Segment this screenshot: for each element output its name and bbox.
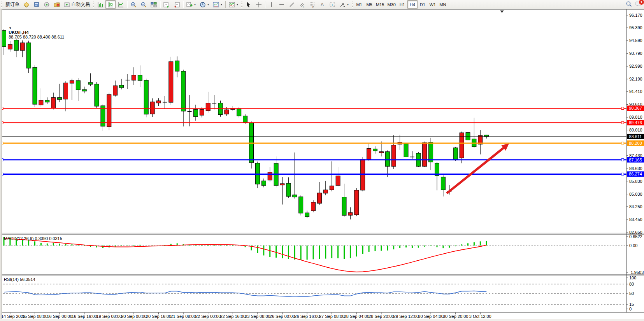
text-label-button[interactable]: T [327,0,337,9]
line-chart-button[interactable] [116,0,126,9]
horizontal-line-icon [279,2,285,8]
candlestick[interactable] [33,65,37,107]
zoom-in-button[interactable] [128,0,139,9]
chart-ohlc: 88.705 88.720 88.490 88.611 [9,35,64,39]
line-handle[interactable] [621,142,624,144]
tf-M15-button[interactable]: M15 [374,0,386,9]
candlestick[interactable] [26,41,31,73]
price-level-badge-label: 86.274 [629,172,642,176]
symbol-dropdown-icon[interactable]: ▼ [9,26,12,30]
candlestick[interactable] [466,131,470,142]
line-handle[interactable] [621,121,624,124]
candle-body [33,67,37,104]
candle-body [391,145,396,167]
candlestick[interactable] [453,147,458,161]
candle-body [51,98,56,109]
rsi-label: RSI(14) 56.3514 [4,277,35,282]
vertical-line-button[interactable] [267,0,277,9]
tf-M30-button[interactable]: M30 [386,0,397,9]
market-watch-button[interactable] [21,0,32,9]
candle-body [423,143,427,167]
channel-button[interactable]: E [297,0,307,9]
zoom-out-button[interactable] [139,0,149,9]
candle-body [101,106,105,126]
indicators-icon [229,2,235,8]
fibonacci-button[interactable]: F [307,0,317,9]
templates-button[interactable]: ▾ [211,0,224,9]
new-chart-button[interactable]: ▾ [184,0,198,9]
candle-body [484,135,489,137]
candlestick[interactable] [107,93,111,130]
price-tick-label: 83.450 [629,217,642,222]
svg-text:T: T [331,3,333,7]
candlestick[interactable] [255,161,260,188]
toolbar-grip[interactable] [241,1,243,8]
period-button[interactable]: ▾ [198,0,211,9]
candlestick[interactable] [169,57,173,105]
window-bottom-edge [0,319,644,321]
crosshair-button[interactable] [254,0,264,9]
candlestick[interactable] [249,121,254,168]
terminal-button[interactable] [52,0,62,9]
arrows-button[interactable]: ▾ [337,0,351,9]
line-handle[interactable] [621,173,624,175]
candle-body [175,61,179,71]
candlestick-chart-button[interactable] [105,0,116,9]
dropdown-arrow-icon: ▾ [207,3,209,6]
tf-MN-button[interactable]: MN [438,0,448,9]
candlestick[interactable] [354,188,359,216]
line-handle[interactable] [621,159,624,161]
price-tick-label: 86.630 [629,166,642,171]
horizontal-line-button[interactable] [277,0,287,9]
tf-H1-button[interactable]: H1 [397,0,407,9]
chart-canvas[interactable]: 96.17095.39094.59093.79092.99092.19091.4… [0,9,644,321]
macd-axis-label: -1.9503 [629,270,644,275]
profile-next-button[interactable] [161,0,172,9]
time-tick-label: 16 Sep 00:00 [47,314,72,319]
candlestick[interactable] [95,82,99,108]
signal-icon [44,2,50,8]
candle-body [144,80,148,114]
search-icon[interactable] [626,1,632,8]
time-tick-label: 29 Sep 12:00 [393,314,419,319]
time-tick-label: 30 Sep 04:00 [418,314,443,319]
new-order-button[interactable]: 新订单 [4,0,21,9]
indicators-button[interactable]: ▾ [227,0,240,9]
tile-windows-button[interactable] [149,0,159,9]
tf-M1-button[interactable]: M1 [354,0,364,9]
trendline-button[interactable] [287,0,297,9]
candlestick[interactable] [144,79,148,117]
tf-H4-button[interactable]: H4 [407,0,418,9]
text-button[interactable]: A [317,0,327,9]
rsi-axis-label: 15 [629,302,634,307]
window-left-border [0,9,2,321]
tf-M5-button[interactable]: M5 [364,0,374,9]
autotrading-label: 自动交易 [71,1,90,8]
candle-body [88,82,93,84]
timeframe-buttons: M1M5M15M30H1H4D1W1MN [354,0,448,9]
price-level-badge-label: 88.200 [629,141,642,146]
candle-body [317,193,321,203]
data-window-button[interactable] [32,0,42,9]
bar-chart-button[interactable] [95,0,105,9]
tf-D1-button[interactable]: D1 [418,0,428,9]
toolbar-grip[interactable] [351,1,353,8]
folder-icon [54,2,60,8]
toolbar-grip[interactable] [93,1,95,8]
autotrading-button[interactable]: 自动交易 [62,0,92,9]
candlestick[interactable] [299,195,303,216]
candle-body [26,43,31,68]
candle-body [280,184,284,185]
strategy-navigator-button[interactable] [42,0,52,9]
toolbar-grip[interactable] [1,1,3,8]
cursor-button[interactable] [244,0,254,9]
candle-body [261,181,266,186]
line-handle[interactable] [621,107,624,109]
price-tick-label: 85.030 [629,192,642,196]
profile-prev-button[interactable] [172,0,182,9]
candle-body [138,75,142,81]
candlestick[interactable] [423,142,427,167]
notifications-button[interactable]: 1 [635,1,642,8]
candle-body [293,195,297,197]
tf-W1-button[interactable]: W1 [428,0,438,9]
